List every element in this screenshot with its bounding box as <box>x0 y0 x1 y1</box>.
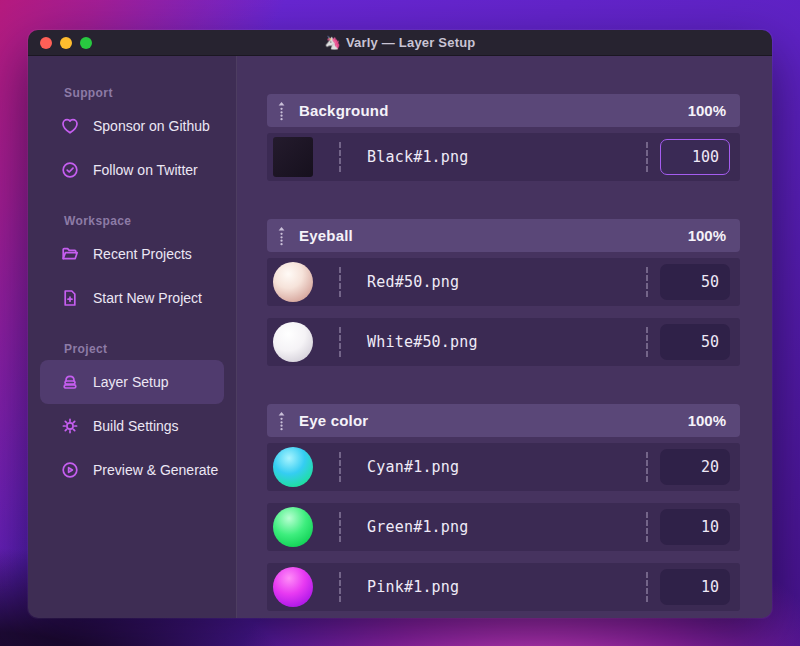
sidebar-item-label: Layer Setup <box>93 374 169 390</box>
dotted-divider <box>646 572 648 602</box>
unicorn-app-icon: 🦄 <box>325 35 341 50</box>
app-window: 🦄Varly — Layer Setup Support Sponsor on … <box>28 30 772 618</box>
layer-group-name: Eye color <box>299 412 368 429</box>
play-circle-icon <box>60 460 80 480</box>
dotted-divider <box>339 267 341 297</box>
sidebar-section-label: Workspace <box>64 214 224 228</box>
layer-weight-input[interactable] <box>660 264 730 300</box>
dotted-divider <box>339 512 341 542</box>
layer-filename: White#50.png <box>367 333 478 351</box>
layer-group: Eyeball 100% Red#50.png White#50.png <box>267 219 740 366</box>
drag-handle-icon[interactable] <box>277 101 287 121</box>
dotted-divider <box>646 142 648 172</box>
layer-group-header[interactable]: Eyeball 100% <box>267 219 740 252</box>
sidebar-item-preview-generate[interactable]: Preview & Generate <box>40 448 224 492</box>
sidebar-item-label: Build Settings <box>93 418 179 434</box>
pink-layer-thumbnail <box>273 567 313 607</box>
dotted-divider <box>339 452 341 482</box>
layer-group-weight: 100% <box>688 102 726 119</box>
white-layer-thumbnail <box>273 322 313 362</box>
layer-group-name: Eyeball <box>299 227 353 244</box>
dotted-divider <box>646 512 648 542</box>
heart-icon <box>60 116 80 136</box>
layer-group-header[interactable]: Eye color 100% <box>267 404 740 437</box>
dotted-divider <box>646 327 648 357</box>
dotted-divider <box>339 327 341 357</box>
sidebar-item-sponsor-on-github[interactable]: Sponsor on Github <box>40 104 224 148</box>
sidebar-item-label: Follow on Twitter <box>93 162 198 178</box>
file-plus-icon <box>60 288 80 308</box>
layer-weight-input[interactable] <box>660 449 730 485</box>
dotted-divider <box>339 142 341 172</box>
sidebar-item-label: Preview & Generate <box>93 462 218 478</box>
window-title: 🦄Varly — Layer Setup <box>28 35 772 50</box>
sidebar-item-start-new-project[interactable]: Start New Project <box>40 276 224 320</box>
sidebar-section-label: Project <box>64 342 224 356</box>
dotted-divider <box>646 452 648 482</box>
layer-rows: Black#1.png <box>267 133 740 181</box>
layer-group: Background 100% Black#1.png <box>267 94 740 181</box>
drag-handle-icon[interactable] <box>277 411 287 431</box>
layer-filename: Cyan#1.png <box>367 458 459 476</box>
dotted-divider <box>339 572 341 602</box>
layer-group: Eye color 100% Cyan#1.png Green#1.png Pi… <box>267 404 740 611</box>
sidebar-item-layer-setup[interactable]: Layer Setup <box>40 360 224 404</box>
layer-row: Red#50.png <box>267 258 740 306</box>
layer-group-weight: 100% <box>688 412 726 429</box>
sidebar-section-label: Support <box>64 86 224 100</box>
sidebar-item-recent-projects[interactable]: Recent Projects <box>40 232 224 276</box>
layer-row: Cyan#1.png <box>267 443 740 491</box>
sidebar-item-label: Sponsor on Github <box>93 118 210 134</box>
folder-open-icon <box>60 244 80 264</box>
window-title-text: Varly — Layer Setup <box>346 35 476 50</box>
sidebar-item-follow-on-twitter[interactable]: Follow on Twitter <box>40 148 224 192</box>
layer-row: Black#1.png <box>267 133 740 181</box>
layer-group-name: Background <box>299 102 389 119</box>
layer-rows: Cyan#1.png Green#1.png Pink#1.png <box>267 443 740 611</box>
layer-group-header[interactable]: Background 100% <box>267 94 740 127</box>
cyan-layer-thumbnail <box>273 447 313 487</box>
titlebar[interactable]: 🦄Varly — Layer Setup <box>28 30 772 56</box>
layer-group-weight: 100% <box>688 227 726 244</box>
sidebar: Support Sponsor on Github Follow on Twit… <box>28 56 237 618</box>
layer-filename: Green#1.png <box>367 518 469 536</box>
sidebar-section: Workspace Recent Projects Start New Proj… <box>40 214 224 320</box>
layer-rows: Red#50.png White#50.png <box>267 258 740 366</box>
layer-weight-input[interactable] <box>660 324 730 360</box>
layer-filename: Red#50.png <box>367 273 459 291</box>
layers-icon <box>60 372 80 392</box>
sidebar-item-label: Start New Project <box>93 290 202 306</box>
window-body: Support Sponsor on Github Follow on Twit… <box>28 56 772 618</box>
layer-weight-input[interactable] <box>660 509 730 545</box>
layer-row: Green#1.png <box>267 503 740 551</box>
sidebar-item-label: Recent Projects <box>93 246 192 262</box>
sidebar-section: Project Layer Setup Build Settings Previ… <box>40 342 224 492</box>
drag-handle-icon[interactable] <box>277 226 287 246</box>
layer-weight-input[interactable] <box>660 569 730 605</box>
badge-check-icon <box>60 160 80 180</box>
layer-row: Pink#1.png <box>267 563 740 611</box>
sidebar-item-build-settings[interactable]: Build Settings <box>40 404 224 448</box>
green-layer-thumbnail <box>273 507 313 547</box>
layer-filename: Black#1.png <box>367 148 469 166</box>
layer-weight-input[interactable] <box>660 139 730 175</box>
black-layer-thumbnail <box>273 137 313 177</box>
layer-filename: Pink#1.png <box>367 578 459 596</box>
gear-icon <box>60 416 80 436</box>
layer-setup-panel: Background 100% Black#1.png Eyeball <box>237 56 772 618</box>
sidebar-section: Support Sponsor on Github Follow on Twit… <box>40 86 224 192</box>
dotted-divider <box>646 267 648 297</box>
layer-row: White#50.png <box>267 318 740 366</box>
red-layer-thumbnail <box>273 262 313 302</box>
